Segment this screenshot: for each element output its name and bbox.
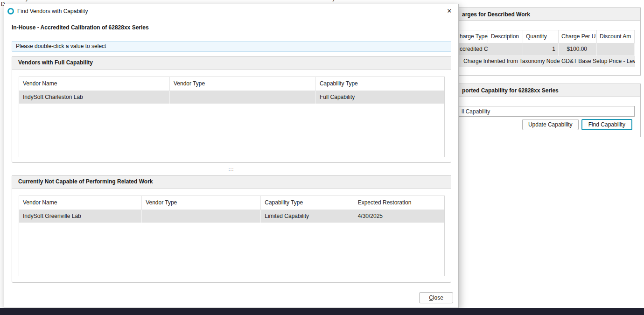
vendor-type-cell[interactable] — [142, 210, 261, 223]
bg-column-priority: Priority — [315, 0, 365, 3]
col-expected-restoration[interactable]: Expected Restoration — [354, 196, 444, 210]
charges-col-quantity[interactable]: Quantity — [523, 30, 559, 43]
bg-column-branch: Branch — [104, 0, 150, 3]
not-capable-table: Vendor Name Vendor Type Capability Type … — [19, 196, 445, 276]
charges-panel: arges for Described Work harge Type Desc… — [459, 7, 641, 76]
bg-column-service-site: Service Site — [152, 0, 204, 3]
bg-column-service-level: Service Level — [206, 0, 259, 3]
not-capable-group-title: Currently Not Capable of Performing Rela… — [12, 175, 451, 189]
charges-col-charge-type[interactable]: harge Type — [459, 30, 488, 43]
reported-capability-title: ported Capability for 62828xx Series — [459, 84, 640, 97]
dialog-titlebar: Find Vendors with Capability ✕ — [4, 4, 458, 18]
dialog-title: Find Vendors with Capability — [17, 8, 88, 14]
close-icon[interactable]: ✕ — [441, 4, 458, 18]
capability-type-cell[interactable]: Full Capability — [316, 91, 444, 104]
capability-type-cell[interactable]: Limited Capability — [261, 210, 354, 223]
charges-col-charge-per-unit[interactable]: Charge Per U — [559, 30, 597, 43]
splitter-grip-icon: ::: — [228, 167, 234, 171]
capability-input[interactable] — [459, 106, 635, 117]
charge-per-unit-cell[interactable]: $100.00 — [559, 43, 597, 56]
col-capability-type[interactable]: Capability Type — [316, 77, 444, 91]
col-vendor-name[interactable]: Vendor Name — [19, 196, 142, 210]
find-vendors-dialog: Find Vendors with Capability ✕ In-House … — [4, 4, 459, 308]
find-capability-button[interactable]: Find Capability — [581, 119, 632, 130]
col-vendor-type[interactable]: Vendor Type — [142, 196, 261, 210]
expected-restoration-cell[interactable]: 4/30/2025 — [354, 210, 444, 223]
charge-inherited-note: Charge Inherited from Taxonomy Node GD&T… — [459, 56, 635, 67]
full-capability-table: Vendor Name Vendor Type Capability Type … — [19, 77, 445, 157]
col-capability-type[interactable]: Capability Type — [261, 196, 354, 210]
charges-table-row[interactable]: ccredited Ca 1 $100.00 — [459, 43, 635, 56]
update-capability-button[interactable]: Update Capability — [522, 119, 579, 130]
charge-type-cell[interactable]: ccredited Ca — [459, 43, 488, 56]
not-capable-header-row: Vendor Name Vendor Type Capability Type … — [19, 196, 444, 210]
full-capability-group: Vendors with Full Capability Vendor Name… — [12, 56, 451, 163]
indysoft-logo-icon — [7, 8, 14, 14]
bottom-taskbar — [0, 308, 644, 315]
bg-column-taxonomy-node: Taxonomy Node — [0, 0, 102, 3]
instruction-banner: Please double-click a value to select — [12, 41, 451, 52]
charges-table-header-row: harge Type Description Quantity Charge P… — [459, 30, 635, 43]
charges-panel-title: arges for Described Work — [459, 7, 640, 21]
bg-column-vendor-name: Vendor Name — [261, 0, 313, 3]
close-button-label-rest: lose — [433, 294, 443, 301]
dialog-subtitle: In-House - Accredited Calibration of 628… — [12, 24, 458, 31]
discount-amount-cell[interactable] — [597, 43, 635, 56]
charges-table: harge Type Description Quantity Charge P… — [459, 30, 635, 67]
vendor-name-cell[interactable]: IndySoft Charleston Lab — [19, 91, 170, 104]
full-capability-header-row: Vendor Name Vendor Type Capability Type — [19, 77, 444, 91]
not-capable-group: Currently Not Capable of Performing Rela… — [12, 175, 451, 283]
not-capable-row[interactable]: IndySoft Greenville Lab Limited Capabili… — [19, 210, 444, 223]
description-cell[interactable] — [488, 43, 523, 56]
charges-col-discount-amount[interactable]: Discount Am — [597, 30, 635, 43]
capability-buttons-row: Update Capability Find Capability — [459, 119, 640, 130]
vendor-type-cell[interactable] — [170, 91, 316, 104]
background-grid-header-row: Taxonomy Node Branch Service Site Servic… — [0, 0, 460, 4]
quantity-cell[interactable]: 1 — [523, 43, 559, 56]
full-capability-row[interactable]: IndySoft Charleston Lab Full Capability — [19, 91, 444, 104]
panel-splitter-handle[interactable]: ::: — [4, 163, 458, 175]
vendor-name-cell[interactable]: IndySoft Greenville Lab — [19, 210, 142, 223]
reported-capability-panel: ported Capability for 62828xx Series Upd… — [459, 84, 641, 137]
charges-col-description[interactable]: Description — [488, 30, 523, 43]
close-button-accesskey: C — [429, 294, 433, 301]
col-vendor-name[interactable]: Vendor Name — [19, 77, 170, 91]
close-button[interactable]: Close — [419, 292, 453, 303]
col-vendor-type[interactable]: Vendor Type — [170, 77, 316, 91]
full-capability-group-title: Vendors with Full Capability — [12, 56, 451, 70]
bg-column-review-status: Review Status — [367, 0, 422, 3]
